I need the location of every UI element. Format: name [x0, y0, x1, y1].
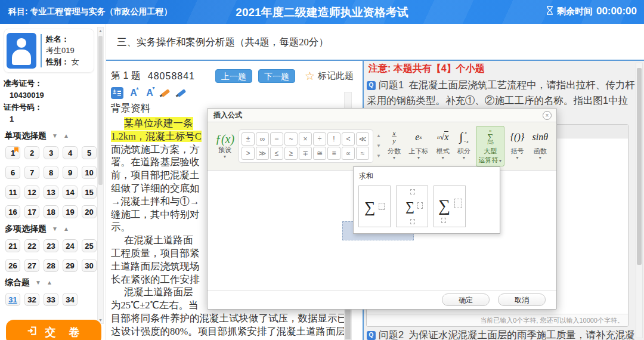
math-symbol-button[interactable]: ≤: [270, 147, 283, 160]
collapse-up-icon[interactable]: ▲: [47, 280, 52, 286]
scrollbar-thumb[interactable]: [98, 36, 103, 185]
math-symbol-button[interactable]: <: [342, 132, 355, 146]
question-number-button[interactable]: 10: [82, 166, 97, 179]
integral-group-button[interactable]: ∫ x−x 积分 ▼: [455, 126, 473, 166]
question-number-button[interactable]: 18: [44, 205, 58, 218]
collapse-down-icon[interactable]: ▼: [35, 280, 41, 286]
highlighter-icon[interactable]: [160, 87, 172, 99]
script-group-button[interactable]: ex 上下标 ▼: [406, 126, 431, 166]
question-number-button[interactable]: 27: [24, 259, 39, 272]
question-number-button[interactable]: 30: [82, 259, 97, 272]
close-icon[interactable]: ×: [543, 111, 552, 120]
formula-editor-icon[interactable]: [111, 87, 123, 99]
math-symbol-button[interactable]: ∝: [342, 147, 355, 160]
question-number-button[interactable]: 21: [5, 239, 20, 252]
question-number-button[interactable]: 34: [63, 293, 78, 306]
question-number-button[interactable]: 20: [82, 205, 97, 218]
preset-button[interactable]: ƒ(x) 预设 ▼: [211, 133, 239, 159]
question-number-button[interactable]: 11: [5, 186, 20, 199]
scrollbar-thumb[interactable]: [637, 68, 642, 265]
formula-groups: xy 分数 ▼ ex 上下标 ▼ n√x 根式 ▼: [383, 126, 553, 166]
math-symbol-button[interactable]: =: [270, 132, 283, 146]
radical-group-button[interactable]: n√x 根式 ▼: [434, 126, 452, 166]
question-number-button[interactable]: 3: [44, 146, 58, 159]
sum-option-right-placeholder[interactable]: [358, 186, 391, 227]
question-number-button[interactable]: 2: [24, 146, 39, 159]
question-number-button[interactable]: 15: [82, 186, 97, 199]
scroll-up-icon[interactable]: ▲: [98, 29, 103, 33]
collapse-up-icon[interactable]: ▲: [63, 133, 69, 139]
question-number-button[interactable]: 7: [24, 166, 39, 179]
question-number-button[interactable]: 31: [5, 293, 20, 306]
sum-option-upper-lower-placeholders[interactable]: [396, 186, 428, 227]
font-decrease-icon[interactable]: A▼: [144, 88, 156, 98]
question-number-button[interactable]: 5: [82, 146, 97, 159]
collapse-down-icon[interactable]: ▼: [52, 133, 58, 139]
math-symbol-button[interactable]: ≅: [313, 147, 326, 160]
collapse-up-icon[interactable]: ▲: [63, 226, 69, 232]
answer-pane-scrollbar[interactable]: [636, 63, 643, 338]
mark-question-label[interactable]: 标记此题: [318, 70, 354, 82]
question-number-button[interactable]: 14: [63, 186, 78, 199]
question-number-button[interactable]: 17: [24, 205, 39, 218]
math-symbol-button[interactable]: ∓: [299, 147, 312, 160]
question-number-button[interactable]: 25: [82, 239, 97, 252]
question-number-button[interactable]: 22: [24, 239, 39, 252]
question-number-button[interactable]: 16: [5, 205, 20, 218]
math-symbol-button[interactable]: ±: [242, 132, 255, 146]
scroll-down-icon[interactable]: ▼: [376, 144, 381, 149]
idnum-label: 证件号码：: [4, 101, 97, 113]
prev-question-button[interactable]: 上一题: [215, 69, 252, 83]
scrollbar-thumb[interactable]: [345, 308, 351, 339]
ok-button[interactable]: 确定: [442, 293, 490, 306]
math-symbol-button[interactable]: ≈: [356, 147, 369, 160]
question-number-button[interactable]: 6: [5, 166, 20, 179]
bracket-group-button[interactable]: {()} 括号 ▼: [508, 126, 527, 166]
star-icon[interactable]: ☆: [305, 70, 315, 82]
collapse-down-icon[interactable]: ▼: [52, 226, 58, 232]
question-number-button[interactable]: 29: [63, 259, 78, 272]
question-number-button[interactable]: 26: [5, 259, 20, 272]
question-number-button[interactable]: 33: [44, 293, 58, 306]
question-number-button[interactable]: 19: [63, 205, 78, 218]
candidate-card: 姓名： 考生019 性别： 女: [4, 29, 94, 73]
math-symbol-button[interactable]: ~: [284, 132, 298, 146]
notice-text: 注意: 本题共有【4】个小题: [369, 63, 485, 75]
sidebar-scrollbar[interactable]: ▲ ▼: [97, 27, 104, 324]
question-number-button[interactable]: 12: [24, 186, 39, 199]
question-number-button[interactable]: 13: [44, 186, 58, 199]
math-symbol-button[interactable]: ≡: [327, 147, 340, 160]
math-symbol-button[interactable]: ×: [299, 132, 312, 146]
question-number-button[interactable]: 1: [5, 146, 20, 159]
scroll-up-icon[interactable]: ▲: [376, 134, 381, 138]
cancel-button[interactable]: 取消: [498, 293, 546, 306]
math-symbol-button[interactable]: ∞: [256, 132, 269, 146]
question-number-button[interactable]: 8: [44, 166, 58, 179]
question-number-button[interactable]: 9: [63, 166, 78, 179]
next-question-button[interactable]: 下一题: [258, 69, 295, 83]
math-symbol-button[interactable]: ÷: [313, 132, 326, 146]
question-number-button[interactable]: 28: [44, 259, 58, 272]
math-symbol-button[interactable]: ≪: [356, 132, 369, 146]
question-number-button[interactable]: 32: [24, 293, 39, 306]
expand-more-icon[interactable]: ▼: [376, 154, 381, 159]
avatar-icon: [7, 33, 36, 69]
submit-exam-button[interactable]: 交 卷: [6, 320, 101, 340]
math-symbol-button[interactable]: >: [242, 147, 255, 160]
font-increase-icon[interactable]: A▲: [128, 88, 140, 98]
math-symbol-button[interactable]: !: [327, 132, 340, 146]
hourglass-icon: [546, 6, 553, 17]
question-number-button[interactable]: 4: [63, 146, 78, 159]
question-number-button[interactable]: 24: [63, 239, 78, 252]
question-number-button[interactable]: 23: [44, 239, 58, 252]
fraction-group-button[interactable]: xy 分数 ▼: [385, 126, 403, 166]
math-symbol-button[interactable]: ≥: [284, 147, 298, 160]
idnum-value: 1: [4, 113, 97, 125]
function-group-button[interactable]: sinθ 函数 ▼: [530, 126, 550, 166]
pen-icon[interactable]: [176, 87, 188, 99]
large-operator-group-button[interactable]: n∑i=0 大型 运算符▼: [476, 126, 504, 166]
sum-option-lower-placeholder[interactable]: [434, 186, 466, 227]
function-icon: sinθ: [532, 128, 548, 146]
subject-value: 专业工程管理与实务（市政公用工程）: [30, 7, 172, 16]
math-symbol-button[interactable]: ≫: [256, 147, 269, 160]
